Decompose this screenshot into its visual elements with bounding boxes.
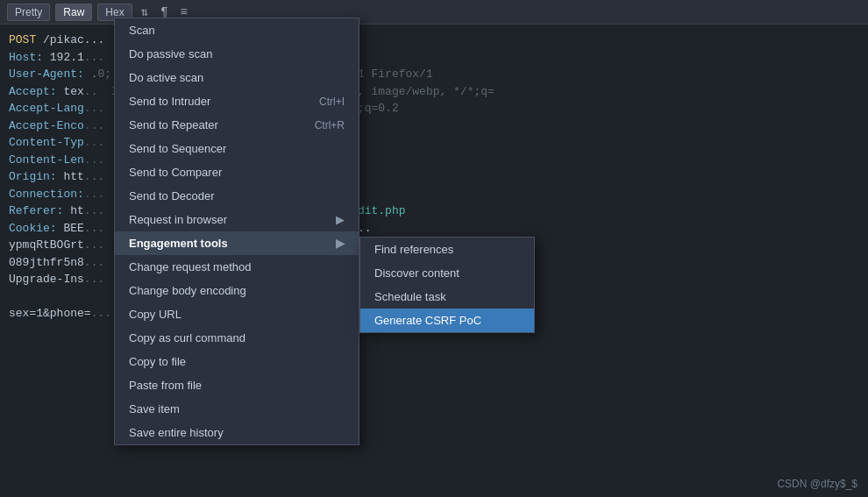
arrow-icon: ▶ bbox=[336, 213, 345, 226]
menu-item-copy-curl[interactable]: Copy as curl command bbox=[115, 326, 359, 350]
menu-item-paste-file[interactable]: Paste from file bbox=[115, 373, 359, 397]
menu-item-passive-scan[interactable]: Do passive scan bbox=[115, 42, 359, 66]
menu-item-active-scan[interactable]: Do active scan bbox=[115, 66, 359, 89]
menu-item-change-encoding[interactable]: Change body encoding bbox=[115, 279, 359, 302]
submenu-item-discover-content[interactable]: Discover content bbox=[360, 261, 534, 285]
arrow-icon: ▶ bbox=[336, 237, 345, 250]
menu-item-engagement-tools[interactable]: Engagement tools ▶ bbox=[115, 231, 359, 255]
menu-item-save-item[interactable]: Save item bbox=[115, 397, 359, 421]
watermark: CSDN @dfzy$_$ bbox=[777, 478, 857, 490]
menu-item-send-repeater[interactable]: Send to Repeater Ctrl+R bbox=[115, 113, 359, 137]
submenu-item-generate-csrf[interactable]: Generate CSRF PoC bbox=[360, 309, 534, 332]
menu-item-send-sequencer[interactable]: Send to Sequencer bbox=[115, 137, 359, 160]
menu-item-copy-file[interactable]: Copy to file bbox=[115, 350, 359, 373]
pretty-button[interactable]: Pretty bbox=[7, 4, 50, 21]
menu-item-request-browser[interactable]: Request in browser ▶ bbox=[115, 208, 359, 231]
submenu-item-find-references[interactable]: Find references bbox=[360, 238, 534, 261]
menu-item-save-history[interactable]: Save entire history bbox=[115, 421, 359, 444]
menu-item-send-decoder[interactable]: Send to Decoder bbox=[115, 184, 359, 208]
menu-item-change-method[interactable]: Change request method bbox=[115, 255, 359, 279]
raw-button[interactable]: Raw bbox=[55, 4, 92, 21]
menu-item-scan[interactable]: Scan bbox=[115, 18, 359, 42]
menu-item-send-comparer[interactable]: Send to Comparer bbox=[115, 160, 359, 184]
menu-item-send-intruder[interactable]: Send to Intruder Ctrl+I bbox=[115, 89, 359, 113]
menu-item-copy-url[interactable]: Copy URL bbox=[115, 302, 359, 326]
submenu-item-schedule-task[interactable]: Schedule task bbox=[360, 285, 534, 309]
submenu: Find references Discover content Schedul… bbox=[359, 237, 535, 333]
context-menu: Scan Do passive scan Do active scan Send… bbox=[114, 18, 359, 445]
